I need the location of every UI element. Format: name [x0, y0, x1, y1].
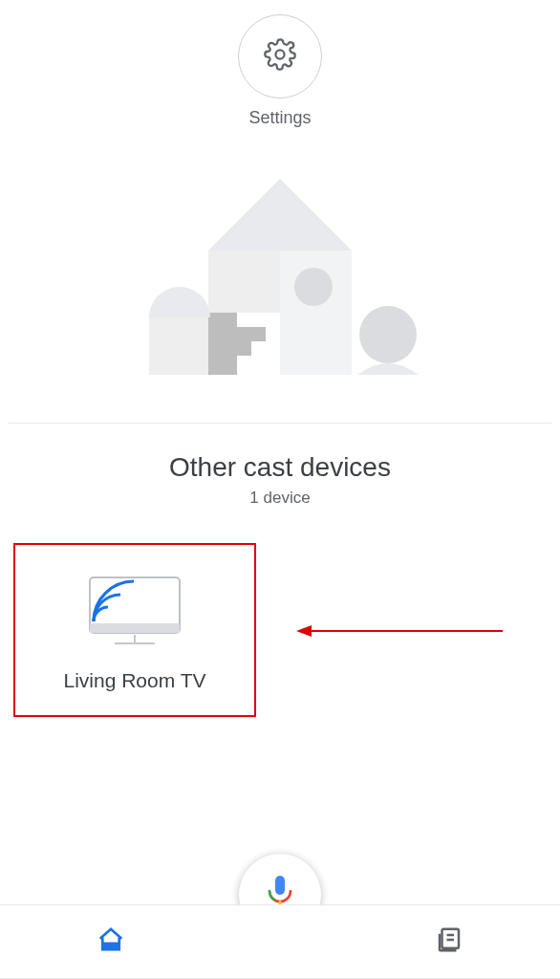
- nav-home-button[interactable]: [92, 923, 130, 961]
- home-icon: [97, 925, 125, 958]
- device-card[interactable]: Living Room TV: [13, 543, 256, 717]
- svg-point-8: [359, 306, 417, 363]
- svg-rect-10: [90, 623, 180, 633]
- settings-label: Settings: [0, 108, 560, 128]
- device-label: Living Room TV: [63, 669, 205, 692]
- svg-point-6: [294, 268, 333, 306]
- house-illustration: [122, 164, 438, 394]
- section-title: Other cast devices: [0, 452, 560, 483]
- svg-marker-1: [208, 179, 352, 250]
- settings-button[interactable]: [238, 14, 322, 98]
- gear-icon: [264, 38, 296, 75]
- feed-icon: [435, 925, 463, 958]
- svg-rect-15: [275, 876, 285, 895]
- svg-marker-14: [296, 625, 312, 637]
- device-count: 1 device: [0, 489, 560, 508]
- nav-feed-button[interactable]: [430, 923, 468, 961]
- bottom-navigation: [0, 904, 560, 979]
- section-divider: [8, 423, 552, 424]
- chromecast-tv-icon: [82, 574, 187, 648]
- annotation-arrow: [296, 621, 503, 641]
- svg-rect-7: [149, 317, 208, 375]
- svg-point-0: [275, 50, 284, 58]
- svg-rect-17: [102, 943, 119, 950]
